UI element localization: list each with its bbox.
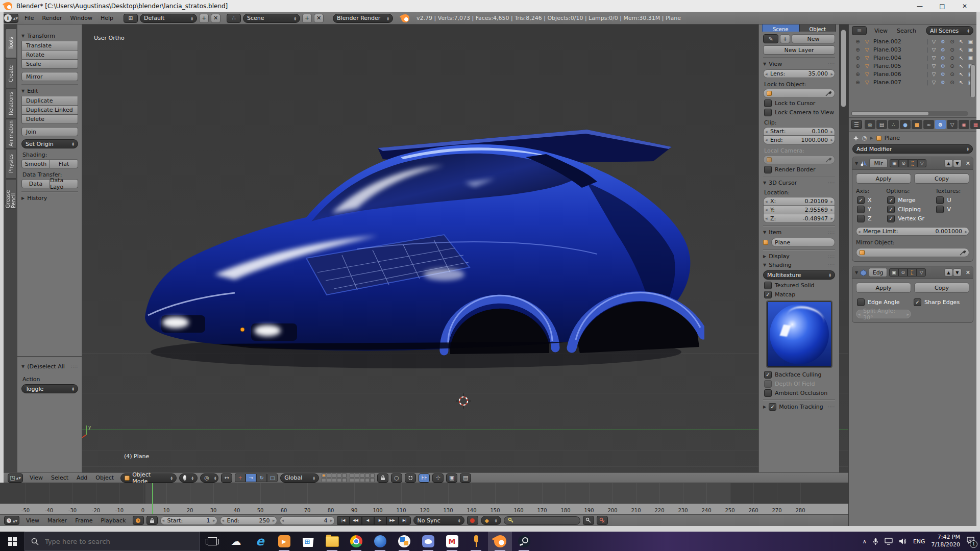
timeline-ruler[interactable]: -50 -40 -30 -20: [0, 483, 848, 515]
pin-icon[interactable]: [853, 135, 859, 141]
taskbar-app[interactable]: [296, 532, 320, 551]
panel-header-transform[interactable]: ▼Transform: [21, 33, 78, 39]
n-panel-scrollbar[interactable]: [841, 30, 846, 107]
selectability-cursor-icon[interactable]: ↖: [958, 63, 965, 69]
taskbar-app[interactable]: [320, 532, 344, 551]
shelf-tab[interactable]: Create: [5, 59, 16, 88]
menu-item[interactable]: Help: [96, 15, 117, 21]
3d-viewport[interactable]: User Ortho (4) Plane y: [4, 24, 848, 472]
playback-button[interactable]: |◀: [337, 516, 350, 525]
object-name[interactable]: Plane.006: [873, 71, 901, 78]
editmode-toggle-icon[interactable]: ⣏: [908, 159, 917, 167]
outliner-row[interactable]: ⊕ ▽ Plane.002 | ▽ ⚙ ⊙ ↖ ▣: [854, 37, 974, 45]
timeline-menu-item[interactable]: View: [22, 517, 43, 524]
add-layout-button[interactable]: +: [199, 14, 209, 23]
current-frame-field[interactable]: 4: [280, 516, 335, 525]
add-scene-button[interactable]: +: [302, 14, 312, 23]
visibility-eye-icon[interactable]: ⊙: [948, 55, 956, 61]
eyedropper-icon[interactable]: [960, 249, 966, 256]
screen-layout-icon[interactable]: ⊞: [124, 14, 138, 23]
collapse-arrow-icon[interactable]: ▼: [855, 161, 858, 166]
properties-tab[interactable]: ◉: [959, 120, 969, 129]
option-checkbox[interactable]: [887, 196, 895, 204]
axis-checkbox[interactable]: [857, 215, 865, 222]
timeline-menu-item[interactable]: Frame: [71, 517, 96, 524]
expand-icon[interactable]: ⊕: [854, 47, 862, 53]
scene-selector[interactable]: Scene: [243, 14, 300, 23]
edit-tool-button[interactable]: Delete: [21, 115, 78, 124]
properties-tab[interactable]: ∞: [923, 120, 934, 129]
lock-time-icon[interactable]: [146, 516, 158, 525]
delete-keyframe-icon[interactable]: [597, 516, 608, 525]
selectability-cursor-icon[interactable]: ↖: [958, 47, 965, 53]
visibility-eye-icon[interactable]: ⊙: [948, 39, 956, 44]
clip-start-slider[interactable]: Start:0.100: [763, 127, 835, 136]
eye-toggle-icon[interactable]: ⊙: [898, 268, 908, 277]
screen-layout-selector[interactable]: Default: [140, 14, 197, 23]
render-border-checkbox[interactable]: [764, 166, 772, 173]
viewport-menu-item[interactable]: Select: [47, 474, 72, 481]
layer-buttons[interactable]: [322, 473, 375, 482]
axis-checkbox[interactable]: [857, 206, 865, 213]
outliner-row[interactable]: ⊕ ▽ Plane.003 | ▽ ⚙ ⊙ ↖ ▣: [854, 45, 974, 54]
tray-chevron-icon[interactable]: ∧: [863, 538, 867, 545]
action-center-button[interactable]: 1: [966, 537, 975, 546]
add-icon[interactable]: +: [780, 34, 790, 43]
render-engine-selector[interactable]: Blender Render: [333, 14, 393, 23]
manipulator-translate-icon[interactable]: ➝: [246, 473, 256, 482]
viewport-editor-selector[interactable]: ◳▲▼: [8, 473, 23, 483]
taskbar-app[interactable]: [344, 532, 368, 551]
transform-tool-button[interactable]: Rotate: [21, 51, 78, 60]
matcap-checkbox[interactable]: [764, 291, 772, 298]
outliner-h-scrollbar[interactable]: [851, 111, 968, 116]
shelf-tab[interactable]: Animation: [5, 119, 16, 148]
properties-tab[interactable]: ⚙: [935, 120, 946, 129]
outliner-menu-item[interactable]: View: [870, 28, 892, 34]
outliner-editor-selector[interactable]: ≡: [852, 26, 867, 35]
move-up-icon[interactable]: ▲: [944, 268, 953, 277]
texture-checkbox[interactable]: [936, 206, 944, 213]
move-up-icon[interactable]: ▲: [944, 159, 953, 167]
sharp-edges-checkbox[interactable]: [914, 298, 921, 306]
selectability-cursor-icon[interactable]: ↖: [958, 39, 965, 44]
close-button[interactable]: ✕: [953, 0, 976, 12]
tray-volume-icon[interactable]: [899, 538, 907, 545]
expand-icon[interactable]: ⊕: [854, 39, 862, 44]
delete-modifier-icon[interactable]: ✕: [966, 160, 970, 167]
timeline-editor-selector[interactable]: ▲▼: [4, 516, 19, 525]
backface-culling-checkbox[interactable]: [764, 371, 772, 379]
expand-icon[interactable]: ⊕: [854, 63, 862, 69]
selectability-cursor-icon[interactable]: ↖: [958, 71, 965, 77]
selectability-cursor-icon[interactable]: ↖: [958, 55, 965, 61]
lock-icon[interactable]: [377, 473, 388, 483]
panel-header-edit[interactable]: ▼Edit: [21, 88, 78, 94]
render-toggle-icon[interactable]: ▣: [889, 268, 898, 277]
data-button[interactable]: Data: [21, 179, 50, 188]
taskbar-app[interactable]: [392, 532, 416, 551]
motion-tracking-checkbox[interactable]: [769, 403, 776, 411]
object-name[interactable]: Plane.002: [873, 38, 901, 45]
shading-dropdown[interactable]: [179, 473, 198, 483]
insert-keyframe-icon[interactable]: [583, 516, 594, 525]
depth-of-field-checkbox[interactable]: [764, 380, 772, 388]
cursor-y-slider[interactable]: Y:2.95569: [763, 206, 835, 214]
properties-tab[interactable]: ●: [900, 120, 911, 129]
panel-header-3d-cursor[interactable]: ▼3D Cursor∷∷: [763, 180, 835, 186]
properties-tab[interactable]: ▽: [947, 120, 958, 129]
panel-header-display[interactable]: ▶Display∷∷: [763, 253, 835, 260]
action-dropdown[interactable]: Toggle: [21, 384, 78, 393]
edit-tool-button[interactable]: Duplicate Linked: [21, 106, 78, 115]
panel-header-motion-tracking[interactable]: ▶Motion Tracking∷∷: [763, 403, 835, 411]
mirror-object-field[interactable]: [856, 248, 969, 257]
cage-toggle-icon[interactable]: ▽: [917, 159, 926, 167]
edge-angle-checkbox[interactable]: [857, 298, 865, 306]
outliner-row[interactable]: ⊕ ▽ Plane.004 | ▽ ⚙ ⊙ ↖ ▣: [854, 54, 974, 62]
visibility-eye-icon[interactable]: ⊙: [948, 63, 956, 69]
apply-button[interactable]: Apply: [856, 173, 911, 184]
panel-header-view[interactable]: ▼View∷∷: [763, 61, 835, 67]
taskbar-app[interactable]: [512, 532, 536, 551]
snap-element-icon[interactable]: ⊦⊦: [419, 473, 430, 483]
snap-target-icon[interactable]: ⊹: [432, 473, 444, 483]
outliner-row[interactable]: ⊕ ▽ Plane.005 | ▽ ⚙ ⊙ ↖ ▣: [854, 62, 974, 70]
viewport-menu-item[interactable]: View: [26, 474, 47, 481]
